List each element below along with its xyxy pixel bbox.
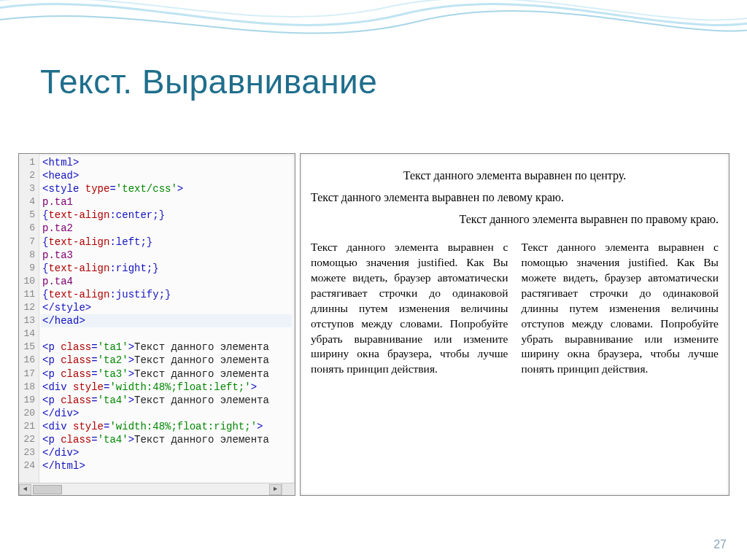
preview-justify-left: Текст данного элемента выравнен с помощь…	[311, 240, 508, 377]
content-panels: 123456789101112131415161718192021222324 …	[18, 153, 729, 496]
code-panel: 123456789101112131415161718192021222324 …	[18, 153, 295, 496]
scroll-left-button[interactable]: ◄	[19, 484, 31, 495]
preview-panel: Текст данного элемента выравнен по центр…	[300, 153, 729, 496]
line-gutter: 123456789101112131415161718192021222324	[19, 154, 39, 495]
preview-right-text: Текст данного элемента выравнен по право…	[311, 212, 719, 227]
scroll-corner	[282, 483, 295, 495]
code-lines: <html> <head> <style type='text/css'> p.…	[41, 154, 295, 488]
slide-title: Текст. Выравнивание	[40, 62, 377, 101]
preview-center-text: Текст данного элемента выравнен по центр…	[311, 168, 719, 183]
scroll-thumb[interactable]	[33, 485, 62, 494]
preview-columns: Текст данного элемента выравнен с помощь…	[311, 240, 719, 377]
page-number: 27	[713, 538, 727, 551]
preview-left-text: Текст данного элемента выравнен по левом…	[311, 190, 719, 205]
code-scrollbar[interactable]: ◄ ►	[19, 483, 282, 495]
preview-justify-right: Текст данного элемента выравнен с помощь…	[522, 240, 719, 377]
scroll-right-button[interactable]: ►	[269, 484, 282, 495]
